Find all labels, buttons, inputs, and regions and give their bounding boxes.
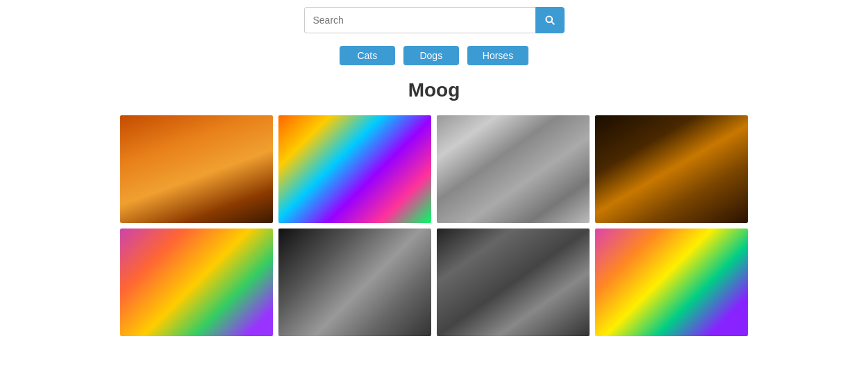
image-item[interactable] [595, 115, 748, 223]
image-item[interactable] [278, 115, 431, 223]
image-item[interactable] [120, 115, 273, 223]
image-placeholder-3 [437, 115, 590, 223]
svg-point-0 [546, 16, 552, 22]
image-placeholder-5 [120, 229, 273, 336]
search-container [304, 7, 565, 33]
category-bar: Cats Dogs Horses [0, 46, 868, 65]
page-title: Moog [0, 79, 868, 101]
image-placeholder-8 [595, 229, 748, 336]
category-button-dogs[interactable]: Dogs [403, 46, 459, 65]
image-item[interactable] [595, 229, 748, 336]
image-item[interactable] [278, 229, 431, 336]
image-placeholder-1 [120, 115, 273, 223]
svg-line-1 [551, 22, 554, 24]
image-placeholder-6 [278, 229, 431, 336]
search-input[interactable] [304, 7, 535, 33]
header [0, 0, 868, 39]
image-item[interactable] [120, 229, 273, 336]
image-placeholder-2 [278, 115, 431, 223]
search-icon [544, 15, 556, 26]
image-grid [0, 115, 868, 336]
image-item[interactable] [437, 115, 590, 223]
category-button-horses[interactable]: Horses [467, 46, 528, 65]
image-placeholder-7 [437, 229, 590, 336]
image-placeholder-4 [595, 115, 748, 223]
search-button[interactable] [535, 7, 565, 33]
category-button-cats[interactable]: Cats [340, 46, 395, 65]
image-item[interactable] [437, 229, 590, 336]
